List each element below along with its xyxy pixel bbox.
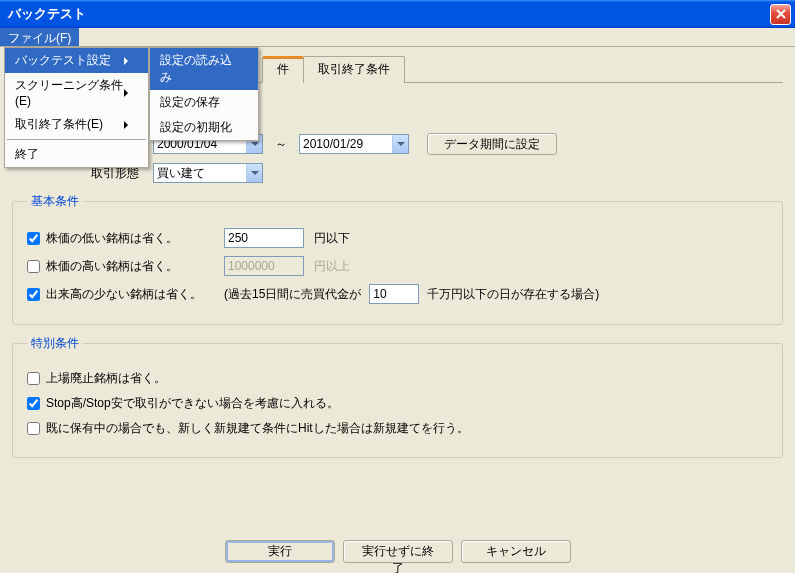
row-trade-type: 取引形態 [48,163,783,183]
set-data-period-button[interactable]: データ期間に設定 [427,133,557,155]
row-rehold: 既に保有中の場合でも、新しく新規建て条件にHitした場合は新規建てを行う。 [27,420,768,437]
rehold-checkbox[interactable] [27,422,40,435]
backtest-settings-submenu: 設定の読み込み 設定の保存 設定の初期化 [149,47,259,141]
rehold-label: 既に保有中の場合でも、新しく新規建て条件にHitした場合は新規建てを行う。 [46,420,469,437]
titlebar: バックテスト [0,0,795,28]
menubar: ファイル(F) [0,28,795,47]
menu-item-backtest-settings[interactable]: バックテスト設定 [5,48,148,73]
menu-item-label: 設定の読み込み [160,52,238,86]
tilde: ～ [275,136,287,153]
date-to-field[interactable] [300,135,392,153]
exit-without-run-button[interactable]: 実行せずに終了 [343,540,453,563]
submenu-load-settings[interactable]: 設定の読み込み [150,48,258,90]
low-price-label: 株価の低い銘柄は省く。 [46,230,206,247]
close-icon [776,9,786,19]
high-price-checkbox[interactable] [27,260,40,273]
dropdown-button[interactable] [392,135,408,153]
basic-conditions-group: 基本条件 株価の低い銘柄は省く。 円以下 株価の高い銘柄は省く。 円以上 出来高… [12,193,783,325]
menu-item-label: 終了 [15,146,39,163]
dropdown-button[interactable] [246,164,262,182]
cancel-button[interactable]: キャンセル [461,540,571,563]
row-delist: 上場廃止銘柄は省く。 [27,370,768,387]
high-price-input [224,256,304,276]
menu-item-label: バックテスト設定 [15,52,111,69]
run-button[interactable]: 実行 [225,540,335,563]
tab-exit-conditions[interactable]: 取引終了条件 [303,56,405,83]
window-title: バックテスト [8,5,770,23]
stop-label: Stop高/Stop安で取引ができない場合を考慮に入れる。 [46,395,339,412]
low-volume-label: 出来高の少ない銘柄は省く。 [46,286,206,303]
low-volume-text-pre: (過去15日間に売買代金が [224,286,361,303]
special-legend: 特別条件 [27,335,83,352]
menu-item-label: 設定の初期化 [160,119,232,136]
low-price-unit: 円以下 [314,230,350,247]
menu-item-exit-conditions[interactable]: 取引終了条件(E) [5,112,148,137]
row-high-price: 株価の高い銘柄は省く。 円以上 [27,256,768,276]
row-stop: Stop高/Stop安で取引ができない場合を考慮に入れる。 [27,395,768,412]
date-to-select[interactable] [299,134,409,154]
special-conditions-group: 特別条件 上場廃止銘柄は省く。 Stop高/Stop安で取引ができない場合を考慮… [12,335,783,458]
low-price-input[interactable] [224,228,304,248]
stop-checkbox[interactable] [27,397,40,410]
row-low-price: 株価の低い銘柄は省く。 円以下 [27,228,768,248]
low-volume-input[interactable] [369,284,419,304]
basic-legend: 基本条件 [27,193,83,210]
menu-item-label: 取引終了条件(E) [15,116,103,133]
menu-item-exit[interactable]: 終了 [5,142,148,167]
dialog-buttons: 実行 実行せずに終了 キャンセル [0,540,795,563]
tab-partial[interactable]: 件 [262,56,304,83]
low-volume-text-post: 千万円以下の日が存在する場合) [427,286,599,303]
menu-item-label: スクリーニング条件(E) [15,77,124,108]
tab-label: 件 [277,62,289,76]
close-button[interactable] [770,4,791,25]
high-price-unit: 円以上 [314,258,350,275]
submenu-init-settings[interactable]: 設定の初期化 [150,115,258,140]
chevron-right-icon [124,57,128,65]
menu-file[interactable]: ファイル(F) [0,28,79,46]
menu-item-screening[interactable]: スクリーニング条件(E) [5,73,148,112]
delist-label: 上場廃止銘柄は省く。 [46,370,166,387]
submenu-save-settings[interactable]: 設定の保存 [150,90,258,115]
low-volume-checkbox[interactable] [27,288,40,301]
row-low-volume: 出来高の少ない銘柄は省く。 (過去15日間に売買代金が 千万円以下の日が存在する… [27,284,768,304]
trade-type-field[interactable] [154,164,246,182]
menu-item-label: 設定の保存 [160,94,220,111]
chevron-right-icon [124,89,128,97]
chevron-right-icon [124,121,128,129]
tab-label: 取引終了条件 [318,62,390,76]
low-price-checkbox[interactable] [27,232,40,245]
trade-type-select[interactable] [153,163,263,183]
delist-checkbox[interactable] [27,372,40,385]
high-price-label: 株価の高い銘柄は省く。 [46,258,206,275]
menu-separator [7,139,146,140]
